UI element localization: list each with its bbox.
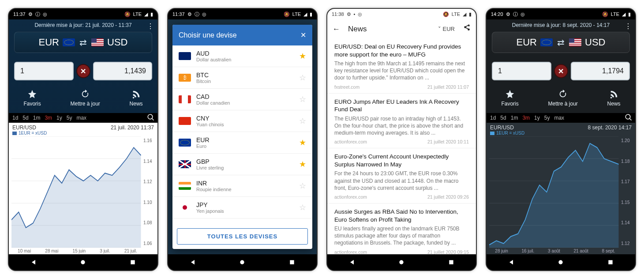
overflow-icon[interactable]: ⋮ [147, 22, 154, 30]
range-1d[interactable]: 1d [12, 115, 18, 121]
favorite-star-icon[interactable]: ☆ [299, 116, 306, 126]
range-1d[interactable]: 1d [490, 115, 496, 121]
clear-button[interactable]: ✕ [76, 64, 90, 78]
news-button[interactable]: News [130, 89, 143, 107]
range-5d[interactable]: 5d [500, 115, 506, 121]
news-article[interactable]: EURO Jumps After EU Leaders Ink A Recove… [327, 94, 476, 149]
android-navbar [327, 254, 476, 270]
range-5d[interactable]: 5d [22, 115, 28, 121]
favorite-star-icon[interactable]: ☆ [299, 73, 306, 83]
currency-row-gbp[interactable]: GBPLivre sterling★ [172, 154, 312, 175]
currency-row-eur[interactable]: EUREuro★ [172, 132, 312, 154]
recent-icon[interactable] [607, 259, 614, 266]
screenshot-2: 11:37⚙ⓘ◎ 🔕LTE◢▮ Choisir une devise ✕ AUD… [167, 8, 318, 271]
currency-info: INRRoupie indienne [196, 180, 294, 192]
chart-2[interactable]: 1.201.181.171.151.141.12 [489, 136, 635, 248]
result-output[interactable]: 1,1794 [571, 62, 630, 80]
amount-input[interactable]: 1 [14, 62, 74, 80]
home-icon[interactable] [79, 259, 86, 266]
recent-icon[interactable] [129, 259, 136, 266]
home-icon[interactable] [557, 259, 564, 266]
range-1m[interactable]: 1m [33, 115, 41, 121]
amount-input[interactable]: 1 [492, 62, 551, 80]
favorite-star-icon[interactable]: ★ [299, 138, 306, 147]
favorite-star-icon[interactable]: ☆ [299, 181, 306, 191]
home-icon[interactable] [239, 259, 246, 266]
status-bar: 11:37⚙ⓘ◎ 🔕LTE◢▮ [168, 9, 317, 19]
back-arrow-icon[interactable]: ← [333, 25, 340, 34]
currency-info: BTCBitcoin [196, 72, 294, 84]
search-icon[interactable] [147, 113, 155, 123]
back-icon[interactable] [348, 259, 356, 266]
currency-row-cny[interactable]: CNYYuan chinois☆ [172, 110, 312, 132]
currency-row-aud[interactable]: AUDDollar australien★ [172, 45, 312, 67]
all-currencies-button[interactable]: TOUTES LES DEVISES [177, 228, 308, 245]
star-icon [27, 89, 37, 99]
legend-text: 1EUR = xUSD [19, 131, 47, 136]
back-icon[interactable] [189, 259, 196, 266]
gear-icon: ⚙ [28, 11, 33, 17]
refresh-button[interactable]: Mettre à jour [548, 89, 577, 107]
favorites-button[interactable]: Favoris [501, 89, 518, 107]
recent-icon[interactable] [448, 259, 455, 266]
favorite-star-icon[interactable]: ☆ [299, 203, 306, 212]
mute-icon: 🔕 [602, 11, 608, 17]
to-currency[interactable]: USD [91, 37, 127, 48]
to-currency[interactable]: USD [569, 37, 605, 48]
back-icon[interactable] [508, 259, 515, 266]
swap-icon[interactable]: ⇄ [557, 37, 565, 48]
dialog-backdrop[interactable]: Choisir une devise ✕ AUDDollar australie… [168, 19, 317, 254]
y-axis-labels: 1.201.181.171.151.141.12 [620, 136, 635, 248]
news-article[interactable]: Aussie Surges as RBA Said No to Interven… [327, 204, 476, 254]
range-max[interactable]: max [554, 115, 564, 121]
from-currency[interactable]: EUR [517, 37, 553, 48]
currency-list[interactable]: AUDDollar australien★₿BTCBitcoin☆CADDoll… [172, 45, 312, 225]
currency-row-btc[interactable]: ₿BTCBitcoin☆ [172, 67, 312, 89]
range-1m[interactable]: 1m [511, 115, 518, 121]
range-5y[interactable]: 5y [544, 115, 550, 121]
news-article[interactable]: Euro-Zone's Current Account Unexpectedly… [327, 148, 476, 204]
range-max[interactable]: max [76, 115, 86, 121]
currency-selector[interactable]: ˅ EUR [438, 26, 455, 32]
range-5y[interactable]: 5y [67, 115, 72, 121]
result-output[interactable]: 1,1439 [93, 62, 153, 80]
news-list[interactable]: EUR/USD: Deal on EU Recovery Fund provid… [327, 38, 476, 254]
home-icon[interactable] [398, 259, 405, 266]
from-currency[interactable]: EUR [39, 37, 75, 48]
status-bar: 11:38⚙•◎ 🔕LTE◢▮ [327, 9, 476, 19]
legend-swatch [12, 132, 17, 135]
swap-icon[interactable]: ⇄ [79, 37, 87, 48]
currency-row-cad[interactable]: CADDollar canadien☆ [172, 89, 312, 110]
mute-icon: 🔕 [284, 11, 290, 17]
clock: 11:38 [332, 11, 344, 17]
currency-name: Yen japonais [196, 208, 294, 214]
share-icon[interactable] [463, 24, 471, 34]
android-navbar [168, 254, 317, 270]
search-icon[interactable] [625, 113, 633, 123]
range-3m[interactable]: 3m [45, 115, 52, 121]
range-3m[interactable]: 3m [522, 115, 530, 121]
refresh-button[interactable]: Mettre à jour [70, 89, 100, 107]
favorite-star-icon[interactable]: ★ [299, 159, 306, 169]
recent-icon[interactable] [288, 259, 296, 266]
cn-flag-icon [179, 117, 191, 125]
overflow-icon[interactable]: ⋮ [625, 22, 632, 30]
news-article[interactable]: EUR/USD: Deal on EU Recovery Fund provid… [327, 38, 476, 94]
favorite-star-icon[interactable]: ☆ [299, 94, 306, 104]
dialog-header: Choisir une devise ✕ [172, 25, 312, 45]
action-row: Favoris Mettre à jour News [487, 85, 635, 113]
favorites-button[interactable]: Favoris [23, 89, 41, 107]
article-preview: The EUR/USD pair rose to an intraday hig… [334, 115, 469, 137]
range-1y[interactable]: 1y [56, 115, 62, 121]
clear-button[interactable]: ✕ [554, 64, 568, 78]
chart-1[interactable]: 1.161.141.121.101.081.06 [11, 136, 157, 248]
currency-code: BTC [196, 72, 294, 79]
currency-row-inr[interactable]: INRRoupie indienne☆ [172, 175, 312, 197]
news-button[interactable]: News [607, 89, 621, 107]
range-1y[interactable]: 1y [534, 115, 540, 121]
network-label: LTE [611, 11, 619, 17]
favorite-star-icon[interactable]: ★ [299, 51, 306, 61]
currency-row-jpy[interactable]: JPYYen japonais☆ [172, 197, 312, 219]
back-icon[interactable] [30, 259, 37, 266]
close-icon[interactable]: ✕ [300, 31, 306, 39]
